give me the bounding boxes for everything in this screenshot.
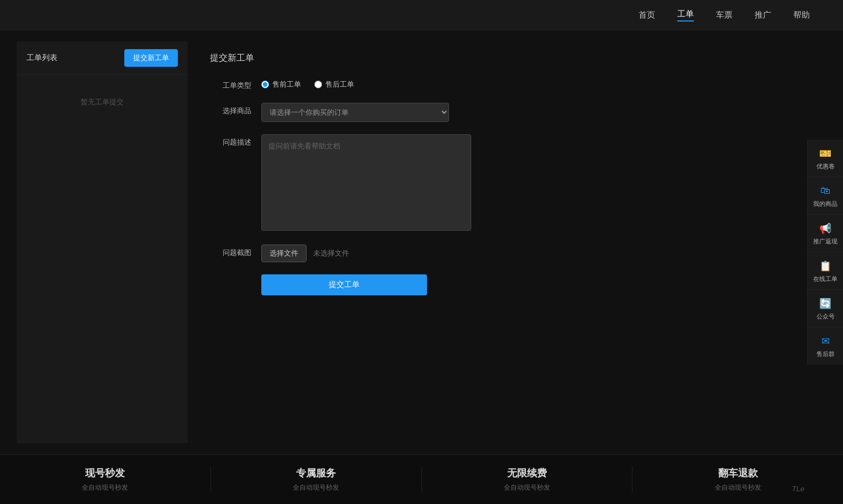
- nav-workorder[interactable]: 工单: [677, 9, 694, 22]
- footer-item-instant: 现号秒发 全自动现号秒发: [0, 466, 211, 492]
- footer-unlimited-title: 无限续费: [507, 466, 547, 480]
- radio-aftersale[interactable]: [314, 81, 322, 88]
- footer-refund-subtitle: 全自动现号秒发: [715, 483, 761, 492]
- sidebar-item-public[interactable]: 🔄 公众号: [808, 290, 843, 327]
- footer-unlimited-subtitle: 全自动现号秒发: [504, 483, 550, 492]
- product-label: 选择商品: [210, 103, 251, 116]
- right-sidebar: 🎫 优惠卷 🛍 我的商品 📢 推广返现 📋 在线工单 🔄 公众号 ✉ 售后群: [807, 139, 843, 364]
- submit-new-workorder-button[interactable]: 提交新工单: [124, 49, 178, 67]
- form-row-description: 问题描述: [210, 134, 804, 232]
- top-navigation: 首页 工单 车票 推广 帮助: [0, 0, 843, 30]
- nav-promote[interactable]: 推广: [755, 10, 771, 20]
- public-icon: 🔄: [818, 296, 833, 311]
- form-row-screenshot: 问题截图 选择文件 未选择文件: [210, 245, 804, 262]
- footer: 现号秒发 全自动现号秒发 专属服务 全自动现号秒发 无限续费 全自动现号秒发 翻…: [0, 454, 843, 504]
- sidebar-empty-text: 暂无工单提交: [17, 75, 188, 129]
- sidebar-item-aftersale[interactable]: ✉ 售后群: [808, 327, 843, 364]
- workorder-label: 在线工单: [813, 275, 837, 283]
- presale-label: 售前工单: [272, 79, 301, 89]
- nav-help[interactable]: 帮助: [793, 10, 810, 20]
- aftersale-icon: ✉: [818, 334, 833, 348]
- workorder-type-group: 售前工单 售后工单: [261, 77, 471, 89]
- aftersale-label: 售后群: [816, 351, 835, 358]
- sidebar-title: 工单列表: [27, 53, 57, 63]
- submit-ticket-button[interactable]: 提交工单: [261, 274, 427, 295]
- footer-exclusive-title: 专属服务: [296, 466, 336, 480]
- footer-item-exclusive: 专属服务 全自动现号秒发: [211, 466, 422, 492]
- coupon-label: 优惠卷: [816, 162, 835, 169]
- no-file-text: 未选择文件: [313, 248, 349, 258]
- tle-badge: TLe: [792, 485, 804, 493]
- nav-home[interactable]: 首页: [639, 10, 655, 20]
- promote-label: 推广返现: [813, 238, 837, 245]
- radio-presale[interactable]: [261, 81, 269, 88]
- sidebar-item-coupon[interactable]: 🎫 优惠卷: [808, 139, 843, 177]
- type-label: 工单类型: [210, 77, 251, 91]
- form-row-type: 工单类型 售前工单 售后工单: [210, 77, 804, 91]
- desc-label: 问题描述: [210, 134, 251, 147]
- radio-presale-label[interactable]: 售前工单: [261, 79, 301, 89]
- sidebar-header: 工单列表 提交新工单: [17, 41, 188, 75]
- workorder-icon: 📋: [818, 259, 833, 273]
- sidebar-item-promote[interactable]: 📢 推广返现: [808, 215, 843, 252]
- sidebar-item-myproduct[interactable]: 🛍 我的商品: [808, 177, 843, 215]
- main-area: 工单列表 提交新工单 暂无工单提交 提交新工单 工单类型 售前工单 售后工单 选: [0, 30, 843, 454]
- public-label: 公众号: [816, 313, 835, 320]
- coupon-icon: 🎫: [818, 146, 833, 160]
- screenshot-label: 问题截图: [210, 245, 251, 258]
- footer-refund-title: 翻车退款: [718, 466, 758, 480]
- file-upload-area: 选择文件 未选择文件: [261, 245, 471, 262]
- myproduct-label: 我的商品: [813, 200, 837, 208]
- nav-ticket[interactable]: 车票: [716, 10, 733, 20]
- sidebar-item-workorder[interactable]: 📋 在线工单: [808, 252, 843, 290]
- footer-instant-title: 现号秒发: [85, 466, 125, 480]
- workorder-form: 提交新工单 工单类型 售前工单 售后工单 选择商品 请选择一个你购买的订单: [188, 41, 826, 443]
- product-select-area: 请选择一个你购买的订单: [261, 103, 471, 122]
- footer-instant-subtitle: 全自动现号秒发: [82, 483, 128, 492]
- form-title: 提交新工单: [210, 52, 804, 64]
- choose-file-button[interactable]: 选择文件: [261, 245, 307, 262]
- footer-exclusive-subtitle: 全自动现号秒发: [293, 483, 339, 492]
- left-sidebar: 工单列表 提交新工单 暂无工单提交: [17, 41, 188, 443]
- footer-item-unlimited: 无限续费 全自动现号秒发: [422, 466, 633, 492]
- footer-item-refund: 翻车退款 全自动现号秒发: [633, 466, 843, 492]
- product-select[interactable]: 请选择一个你购买的订单: [261, 103, 449, 122]
- desc-area: [261, 134, 471, 232]
- form-row-product: 选择商品 请选择一个你购买的订单: [210, 103, 804, 122]
- radio-aftersale-label[interactable]: 售后工单: [314, 79, 354, 89]
- aftersale-label: 售后工单: [325, 79, 354, 89]
- shop-icon: 🛍: [818, 184, 833, 198]
- promote-icon: 📢: [818, 221, 833, 236]
- desc-textarea[interactable]: [261, 134, 471, 231]
